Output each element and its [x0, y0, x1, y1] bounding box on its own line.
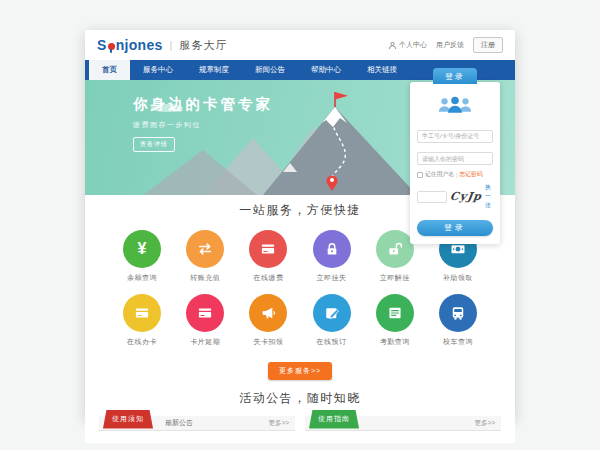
remember-row: 记住用户名 | 忘记密码 — [417, 170, 493, 179]
guide-panel-header: 使用指南 更多>> — [305, 416, 501, 431]
service-label: 在线预订 — [303, 337, 361, 347]
logo-red-dot-icon — [108, 43, 115, 50]
user-feedback-link[interactable]: 用户反馈 — [436, 40, 464, 50]
service-label: 立即解挂 — [366, 273, 424, 283]
announcements-section: 活动公告，随时知晓 使用须知 最新公告 更多>> 使用指南 更多>> — [85, 380, 515, 443]
card-icon — [249, 230, 287, 268]
service-label: 立即挂失 — [303, 273, 361, 283]
service-label: 校车查询 — [429, 337, 487, 347]
nav-item-news[interactable]: 新闻公告 — [242, 60, 298, 80]
site-header: Snjones | 服务大厅 个人中心 用户反馈 注册 — [85, 30, 515, 60]
captcha-refresh-link[interactable]: 换一张 — [485, 183, 493, 210]
login-tab[interactable]: 登录 — [433, 68, 477, 84]
service-label: 余额查询 — [113, 273, 171, 283]
tab-latest-news[interactable]: 最新公告 — [165, 418, 193, 428]
tab-usage-guide[interactable]: 使用指南 — [309, 410, 359, 429]
lock-icon — [313, 230, 351, 268]
guide-more-link[interactable]: 更多>> — [474, 419, 495, 428]
nav-item-service-center[interactable]: 服务中心 — [130, 60, 186, 80]
row-separator: | — [456, 172, 458, 178]
service-item-transfer[interactable]: 转账充值 — [176, 230, 234, 283]
list-icon — [376, 294, 414, 332]
nav-item-rules[interactable]: 规章制度 — [186, 60, 242, 80]
portal-name: 服务大厅 — [179, 38, 227, 53]
personal-center-link[interactable]: 个人中心 — [388, 40, 427, 50]
edit-icon — [313, 294, 351, 332]
remember-checkbox[interactable] — [417, 172, 423, 178]
captcha-input[interactable] — [417, 191, 447, 203]
card-icon — [123, 294, 161, 332]
hero-subtitle: 缴费圈存一步到位 — [133, 120, 273, 130]
transfer-icon — [186, 230, 224, 268]
password-input[interactable] — [417, 152, 493, 165]
logo-divider: | — [170, 39, 173, 51]
notice-panel-body — [99, 431, 295, 443]
service-label: 考勤查询 — [366, 337, 424, 347]
nav-item-home[interactable]: 首页 — [89, 60, 130, 80]
service-item-online-booking[interactable]: 在线预订 — [303, 294, 361, 347]
service-label: 在线缴费 — [239, 273, 297, 283]
megaphone-icon — [249, 294, 287, 332]
yuan-icon: ¥ — [123, 230, 161, 268]
bus-icon — [439, 294, 477, 332]
guide-panel-body — [305, 431, 501, 443]
more-services-button[interactable]: 更多服务>> — [268, 362, 332, 380]
notice-panel: 使用须知 最新公告 更多>> — [99, 416, 295, 443]
service-item-online-payment[interactable]: 在线缴费 — [239, 230, 297, 283]
service-item-school-bus[interactable]: 校车查询 — [429, 294, 487, 347]
services-row-2: 在线办卡 卡片延期 失卡招领 在线预订 — [113, 294, 487, 347]
login-users — [417, 94, 493, 119]
logo-text: Snjones — [97, 37, 163, 53]
header-right: 个人中心 用户反馈 注册 — [388, 37, 503, 53]
service-item-lost-found[interactable]: 失卡招领 — [239, 294, 297, 347]
register-button[interactable]: 注册 — [473, 37, 503, 53]
service-item-apply-card[interactable]: 在线办卡 — [113, 294, 171, 347]
service-label: 卡片延期 — [176, 337, 234, 347]
card-icon — [186, 294, 224, 332]
remember-label: 记住用户名 — [425, 170, 454, 179]
notice-panel-header: 使用须知 最新公告 更多>> — [99, 416, 295, 431]
nav-item-links[interactable]: 相关链接 — [354, 60, 410, 80]
captcha-image: CyJp — [449, 190, 483, 203]
hero-copy: 你身边的卡管专家 缴费圈存一步到位 查看详情 — [133, 95, 273, 152]
captcha-row: CyJp 换一张 — [417, 183, 493, 210]
service-item-card-renewal[interactable]: 卡片延期 — [176, 294, 234, 347]
login-submit-button[interactable]: 登录 — [417, 220, 493, 236]
tab-usage-notice[interactable]: 使用须知 — [103, 410, 153, 429]
unlock-icon — [376, 230, 414, 268]
service-item-balance[interactable]: ¥ 余额查询 — [113, 230, 171, 283]
service-label: 在线办卡 — [113, 337, 171, 347]
notice-more-link[interactable]: 更多>> — [268, 419, 289, 428]
service-item-report-loss[interactable]: 立即挂失 — [303, 230, 361, 283]
forgot-password-link[interactable]: 忘记密码 — [460, 170, 483, 179]
login-panel: 登录 记住用户名 | 忘记密码 CyJp 换一张 登录 — [410, 82, 500, 244]
site-container: Snjones | 服务大厅 个人中心 用户反馈 注册 首页 服务中心 规章制度… — [85, 30, 515, 420]
announcements-title: 活动公告，随时知晓 — [99, 390, 501, 407]
person-icon — [388, 41, 397, 50]
users-group-icon — [434, 94, 476, 115]
hero-detail-button[interactable]: 查看详情 — [133, 137, 175, 152]
service-label: 转账充值 — [176, 273, 234, 283]
guide-panel: 使用指南 更多>> — [305, 416, 501, 443]
service-item-attendance[interactable]: 考勤查询 — [366, 294, 424, 347]
service-label: 补助领取 — [429, 273, 487, 283]
hero-title: 你身边的卡管专家 — [133, 95, 273, 114]
username-input[interactable] — [417, 130, 493, 143]
nav-item-help-center[interactable]: 帮助中心 — [298, 60, 354, 80]
logo[interactable]: Snjones | 服务大厅 — [97, 37, 227, 53]
service-label: 失卡招领 — [239, 337, 297, 347]
